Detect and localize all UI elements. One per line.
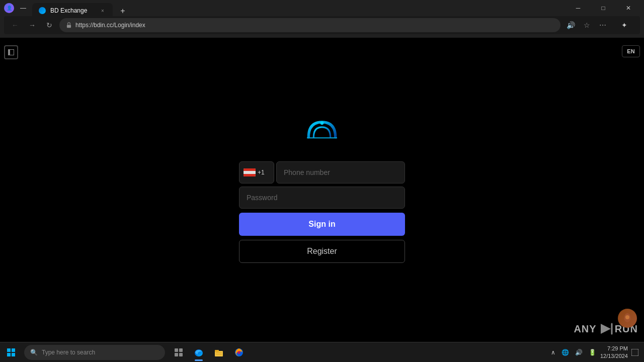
phone-number-input[interactable] [276, 161, 405, 184]
sidebar-toggle-icon [8, 49, 14, 55]
window-controls: ─ □ ✕ [567, 0, 640, 16]
taskbar-search-text: Type here to search [42, 349, 95, 356]
notification-icon [631, 349, 638, 356]
taskbar-apps [169, 343, 249, 362]
sidebar-toggle-button[interactable] [4, 45, 18, 59]
system-tray: ∧ 🌐 🔊 🔋 7:29 PM 12/13/2024 [549, 345, 644, 359]
new-tab-button[interactable]: + [116, 4, 130, 18]
browser-tab-active[interactable]: BD Exchange × [32, 3, 113, 18]
minimize-window-button[interactable]: ─ [567, 0, 590, 16]
lock-icon [65, 22, 72, 29]
firefox-icon [234, 347, 244, 357]
taskbar-edge-app[interactable] [189, 343, 208, 362]
battery-icon[interactable]: 🔋 [587, 348, 598, 357]
login-form: +1 Sign in Register [239, 161, 405, 263]
refresh-button[interactable]: ↻ [42, 18, 56, 32]
browser-settings-button[interactable]: ⋯ [596, 18, 610, 32]
corner-avatar[interactable] [618, 309, 637, 328]
svg-point-0 [39, 7, 46, 14]
flag-icon [244, 168, 256, 176]
copilot-button[interactable]: ✦ [613, 17, 636, 33]
svg-rect-1 [67, 25, 71, 28]
svg-rect-7 [7, 348, 11, 352]
anyrun-play-icon [599, 322, 613, 336]
logo-container [302, 117, 342, 146]
site-logo [302, 117, 342, 144]
svg-rect-14 [179, 353, 183, 356]
url-bar[interactable]: https://bdin.cc/Login/index [59, 18, 560, 32]
register-button[interactable]: Register [239, 240, 405, 263]
main-content: +1 Sign in Register [0, 38, 644, 342]
avatar-icon [621, 312, 633, 324]
notification-button[interactable] [630, 347, 640, 357]
add-to-favorites-button[interactable]: ☆ [580, 18, 594, 32]
address-bar: ← → ↻ https://bdin.cc/Login/index 🔊 ☆ ⋯ … [4, 16, 640, 34]
svg-point-21 [237, 351, 240, 354]
signin-button[interactable]: Sign in [239, 213, 405, 236]
windows-logo-icon [7, 348, 15, 356]
svg-rect-18 [216, 352, 222, 353]
taskbar-task-view[interactable] [169, 343, 188, 362]
svg-rect-11 [175, 348, 178, 352]
tab-bar: BD Exchange × + [32, 0, 562, 18]
phone-row: +1 [239, 161, 405, 184]
system-clock[interactable]: 7:29 PM 12/13/2024 [600, 345, 628, 359]
address-bar-icons: 🔊 ☆ ⋯ [564, 18, 610, 32]
svg-rect-12 [179, 348, 183, 352]
svg-point-3 [320, 122, 324, 125]
svg-rect-8 [12, 348, 15, 352]
svg-rect-17 [215, 350, 219, 352]
svg-rect-9 [7, 353, 11, 356]
svg-point-6 [625, 315, 629, 319]
taskbar: 🔍 Type here to search [0, 342, 644, 362]
taskbar-firefox-app[interactable] [229, 343, 249, 362]
start-button[interactable] [0, 342, 22, 363]
profile-avatar[interactable]: 👤 [4, 3, 14, 13]
anyrun-text: ANY [574, 323, 596, 335]
task-view-icon [174, 348, 183, 357]
taskbar-explorer-app[interactable] [209, 343, 228, 362]
tab-title: BD Exchange [50, 7, 95, 14]
forward-button[interactable]: → [25, 18, 39, 32]
tab-favicon [38, 7, 46, 15]
password-input[interactable] [239, 187, 405, 209]
clock-date: 12/13/2024 [600, 352, 628, 359]
maximize-window-button[interactable]: □ [592, 0, 615, 16]
language-button[interactable]: EN [622, 45, 640, 57]
close-window-button[interactable]: ✕ [617, 0, 640, 16]
tray-expand-button[interactable]: ∧ [549, 348, 557, 357]
network-icon[interactable]: 🌐 [559, 348, 571, 357]
url-text: https://bdin.cc/Login/index [75, 22, 554, 29]
svg-marker-4 [601, 324, 611, 334]
tab-close-button[interactable]: × [99, 7, 107, 15]
country-code: +1 [258, 169, 265, 176]
country-selector[interactable]: +1 [239, 161, 274, 184]
taskbar-search-bar[interactable]: 🔍 Type here to search [24, 345, 165, 360]
file-explorer-icon [214, 347, 224, 357]
back-button[interactable]: ← [8, 18, 22, 32]
svg-rect-10 [12, 353, 15, 356]
title-bar: 👤 — BD Exchange × [0, 0, 644, 16]
svg-rect-22 [631, 349, 638, 356]
edge-icon [194, 347, 204, 357]
minimize-button[interactable]: — [18, 3, 28, 13]
volume-icon[interactable]: 🔊 [573, 348, 585, 357]
taskbar-search-icon: 🔍 [30, 349, 38, 356]
svg-rect-19 [216, 354, 222, 354]
svg-rect-13 [175, 353, 178, 356]
read-aloud-button[interactable]: 🔊 [564, 18, 578, 32]
browser-chrome: 👤 — BD Exchange × [0, 0, 644, 38]
clock-time: 7:29 PM [600, 345, 628, 352]
